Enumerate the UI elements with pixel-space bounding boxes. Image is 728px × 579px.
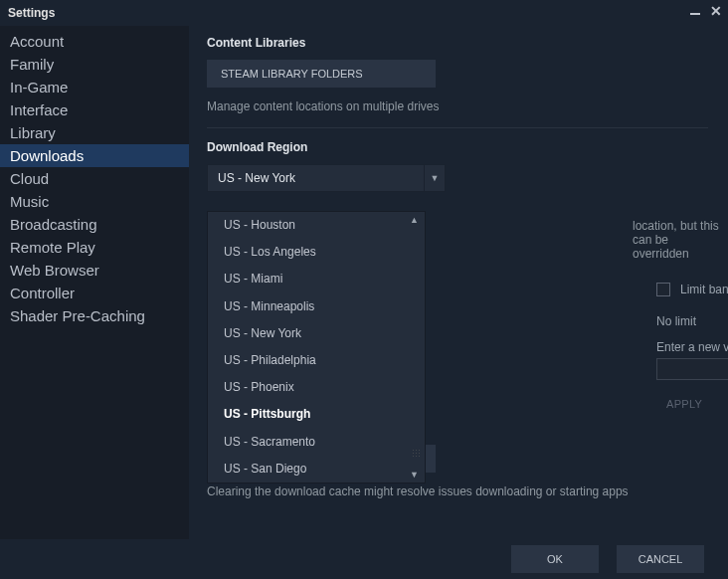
window-title: Settings	[8, 6, 55, 20]
dropdown-option[interactable]: US - San Diego	[208, 456, 425, 482]
download-region-select[interactable]: US - New York ▼	[207, 164, 446, 192]
region-override-text: location, but this can be overridden	[633, 219, 728, 261]
close-icon[interactable]: ✕	[710, 4, 722, 18]
dropdown-option[interactable]: US - Pittsburgh	[208, 401, 425, 428]
bandwidth-status: No limit	[656, 314, 728, 328]
dropdown-option[interactable]: US - Minneapolis	[208, 293, 425, 320]
dropdown-option[interactable]: US - New York	[208, 320, 425, 347]
download-region-title: Download Region	[207, 140, 708, 154]
limit-bandwidth-label: Limit bandwidth to:	[680, 283, 728, 296]
sidebar-item-interface[interactable]: Interface	[0, 98, 189, 121]
dropdown-option[interactable]: US - Phoenix	[208, 374, 425, 401]
resize-grip-icon[interactable]	[412, 449, 422, 459]
dropdown-option[interactable]: US - Miami	[208, 266, 425, 292]
clear-cache-helper: Clearing the download cache might resolv…	[207, 484, 708, 498]
download-region-dropdown[interactable]: ▲ ▼ US - HoustonUS - Los AngelesUS - Mia…	[207, 211, 426, 483]
sidebar-item-music[interactable]: Music	[0, 190, 189, 213]
settings-content: Content Libraries STEAM LIBRARY FOLDERS …	[189, 26, 728, 539]
bandwidth-prompt: Enter a new value below:	[656, 340, 728, 354]
limit-bandwidth-checkbox[interactable]	[656, 283, 670, 296]
sidebar-item-controller[interactable]: Controller	[0, 282, 189, 304]
download-region-selected: US - New York	[207, 164, 424, 192]
scroll-up-icon[interactable]: ▲	[410, 215, 419, 225]
apply-button[interactable]: APPLY	[656, 392, 728, 416]
sidebar-item-downloads[interactable]: Downloads	[0, 144, 189, 167]
sidebar-item-library[interactable]: Library	[0, 121, 189, 144]
divider	[207, 127, 708, 128]
sidebar-item-broadcasting[interactable]: Broadcasting	[0, 213, 189, 236]
sidebar-item-cloud[interactable]: Cloud	[0, 167, 189, 190]
bandwidth-panel: Limit bandwidth to: No limit Enter a new…	[656, 283, 728, 416]
steam-library-folders-button[interactable]: STEAM LIBRARY FOLDERS	[207, 60, 436, 88]
scroll-down-icon[interactable]: ▼	[410, 470, 419, 480]
content-libraries-title: Content Libraries	[207, 36, 708, 50]
dialog-footer: OK CANCEL	[0, 539, 728, 579]
chevron-down-icon[interactable]: ▼	[424, 164, 446, 192]
content-libraries-helper: Manage content locations on multiple dri…	[207, 99, 708, 113]
dropdown-option[interactable]: US - Houston	[208, 212, 425, 239]
sidebar-item-remote-play[interactable]: Remote Play	[0, 236, 189, 259]
titlebar: Settings ✕	[0, 0, 728, 26]
cancel-button[interactable]: CANCEL	[617, 545, 704, 573]
dropdown-option[interactable]: US - Philadelphia	[208, 347, 425, 374]
sidebar-item-web-browser[interactable]: Web Browser	[0, 259, 189, 282]
ok-button[interactable]: OK	[511, 545, 599, 573]
sidebar-item-account[interactable]: Account	[0, 30, 189, 53]
dropdown-option[interactable]: US - Los Angeles	[208, 239, 425, 266]
bandwidth-input[interactable]	[656, 358, 728, 380]
sidebar-item-family[interactable]: Family	[0, 53, 189, 76]
dropdown-option[interactable]: US - Sacramento	[208, 429, 425, 456]
settings-sidebar: AccountFamilyIn-GameInterfaceLibraryDown…	[0, 26, 189, 539]
minimize-icon[interactable]	[690, 13, 700, 15]
sidebar-item-in-game[interactable]: In-Game	[0, 76, 189, 98]
sidebar-item-shader-pre-caching[interactable]: Shader Pre-Caching	[0, 304, 189, 327]
